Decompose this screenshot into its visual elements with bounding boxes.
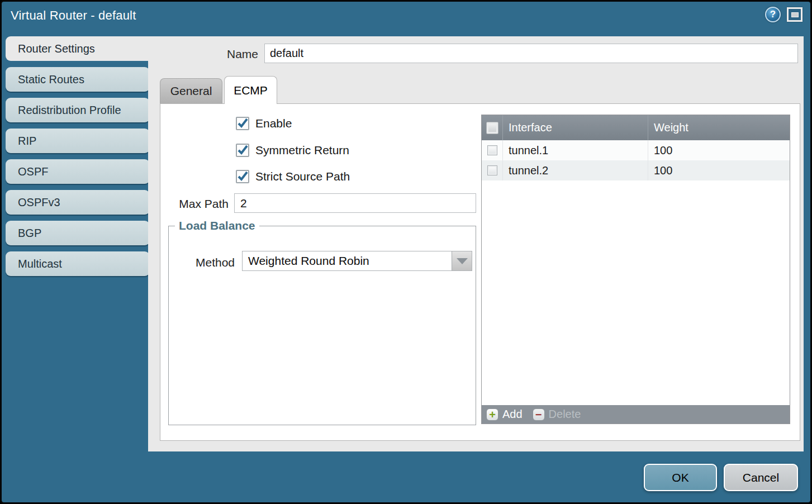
ecmp-tab-content: Enable Symmetric Return Strict Source Pa… <box>160 103 800 441</box>
plus-icon: + <box>486 408 498 421</box>
tab-general[interactable]: General <box>160 78 222 103</box>
sidebar-item-multicast[interactable]: Multicast <box>6 251 150 276</box>
checkmark-icon <box>237 145 248 156</box>
method-selected-value: Weighted Round Robin <box>243 251 452 270</box>
column-header-weight[interactable]: Weight <box>648 115 790 140</box>
add-button[interactable]: + Add <box>486 408 523 421</box>
symmetric-return-checkbox[interactable] <box>236 144 249 157</box>
max-path-label: Max Path <box>160 197 229 211</box>
row-checkbox-cell <box>482 165 502 175</box>
cell-interface: tunnel.1 <box>502 140 648 160</box>
max-path-input[interactable] <box>234 193 476 213</box>
dialog-title: Virtual Router - default <box>11 8 136 23</box>
sidebar-item-ospfv3[interactable]: OSPFv3 <box>6 190 150 215</box>
virtual-router-dialog: Virtual Router - default ? Router Settin… <box>0 0 812 504</box>
chevron-down-icon <box>457 258 468 264</box>
name-input[interactable] <box>264 44 798 63</box>
symmetric-return-checkbox-row: Symmetric Return <box>236 144 349 157</box>
name-label: Name <box>202 47 258 61</box>
table-empty-area <box>482 180 790 405</box>
tab-ecmp[interactable]: ECMP <box>224 76 277 104</box>
cell-weight: 100 <box>648 160 790 180</box>
method-dropdown[interactable]: Weighted Round Robin <box>242 251 472 271</box>
checkmark-icon <box>237 118 248 129</box>
row-checkbox[interactable] <box>487 145 497 155</box>
sidebar-item-static-routes[interactable]: Static Routes <box>6 67 150 92</box>
symmetric-return-label: Symmetric Return <box>255 144 349 157</box>
table-row[interactable]: tunnel.1 100 <box>482 140 790 160</box>
main-panel: Name General ECMP Enable Symm <box>148 36 804 451</box>
sidebar-item-ospf[interactable]: OSPF <box>6 159 150 184</box>
window-restore-inner <box>791 12 799 17</box>
cell-interface: tunnel.2 <box>502 160 648 180</box>
ecmp-interface-table: Interface Weight tunnel.1 100 tunnel.2 1… <box>481 115 790 424</box>
enable-label: Enable <box>255 117 292 130</box>
select-all-checkbox[interactable] <box>486 122 498 134</box>
strict-source-path-checkbox-row: Strict Source Path <box>236 170 350 183</box>
help-icon[interactable]: ? <box>765 7 781 22</box>
delete-button-label: Delete <box>549 408 581 421</box>
column-header-interface[interactable]: Interface <box>502 115 648 140</box>
row-checkbox[interactable] <box>487 165 497 175</box>
sidebar-item-rip[interactable]: RIP <box>6 129 150 153</box>
sidebar-item-router-settings[interactable]: Router Settings <box>6 36 153 61</box>
minus-icon: − <box>533 408 545 421</box>
sidebar-item-redistribution-profile[interactable]: Redistribution Profile <box>6 98 150 122</box>
load-balance-legend: Load Balance <box>175 219 259 232</box>
sidebar: Router Settings Static Routes Redistribu… <box>6 36 150 282</box>
method-label: Method <box>169 256 235 269</box>
strict-source-path-checkbox[interactable] <box>236 170 249 183</box>
ok-button[interactable]: OK <box>644 464 717 491</box>
strict-source-path-label: Strict Source Path <box>255 170 350 183</box>
window-restore-icon[interactable] <box>787 7 802 22</box>
checkmark-icon <box>237 171 248 182</box>
method-dropdown-button[interactable] <box>452 251 472 270</box>
cell-weight: 100 <box>648 140 790 160</box>
enable-checkbox[interactable] <box>236 117 249 130</box>
enable-checkbox-row: Enable <box>236 117 292 130</box>
sidebar-item-bgp[interactable]: BGP <box>6 221 150 245</box>
cancel-button[interactable]: Cancel <box>724 464 798 491</box>
table-header: Interface Weight <box>482 115 790 140</box>
delete-button[interactable]: − Delete <box>533 408 581 421</box>
row-checkbox-cell <box>482 145 502 155</box>
table-toolbar: + Add − Delete <box>482 405 790 424</box>
add-button-label: Add <box>502 408 523 421</box>
table-header-checkbox-cell <box>482 115 502 140</box>
load-balance-group: Load Balance Method Weighted Round Robin <box>168 219 476 425</box>
table-row[interactable]: tunnel.2 100 <box>482 160 790 180</box>
